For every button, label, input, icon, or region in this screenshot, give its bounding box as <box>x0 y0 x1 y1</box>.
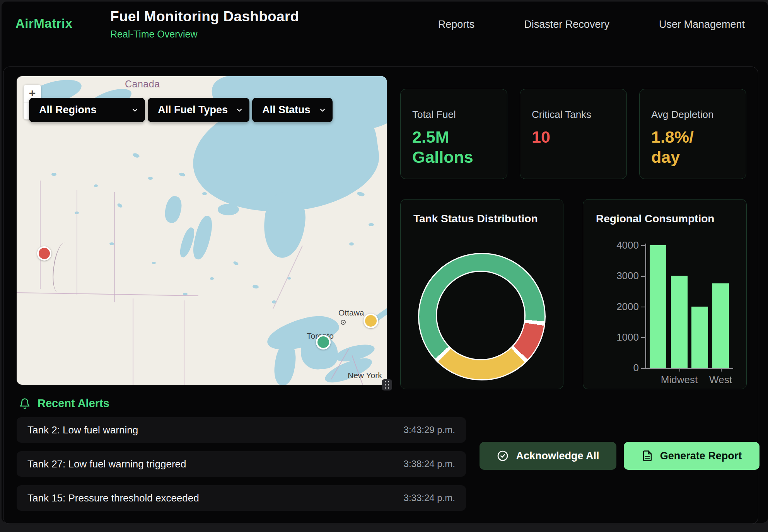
bar-3 <box>712 283 729 368</box>
x-axis-line <box>645 368 733 369</box>
stat-label: Avg Depletion <box>651 109 746 121</box>
bell-icon <box>19 398 31 409</box>
resize-handle-icon[interactable] <box>382 379 392 390</box>
y-axis-line <box>645 244 646 368</box>
regional-consumption-bar-chart: 40003000200010000MidwestWest <box>583 200 746 389</box>
alert-message: Tank 27: Low fuel warning triggered <box>27 458 186 470</box>
alert-message: Tank 15: Pressure threshold exceeded <box>27 492 199 504</box>
recent-alerts-title: Recent Alerts <box>38 397 109 410</box>
bar-1 <box>671 276 688 368</box>
lake-shape <box>51 173 56 176</box>
header: AirMatrix Fuel Monitoring Dashboard Real… <box>2 2 768 48</box>
check-circle-icon <box>497 450 509 462</box>
y-tick <box>641 368 645 369</box>
alert-message: Tank 2: Low fuel warning <box>27 424 138 436</box>
acknowledge-all-label: Acknowledge All <box>516 450 599 462</box>
y-tick-label: 1000 <box>600 331 639 343</box>
tank-marker-critical[interactable] <box>37 246 51 261</box>
alert-list: Tank 2: Low fuel warning3:43:29 p.m.Tank… <box>17 417 466 511</box>
lake-shape <box>369 223 374 226</box>
generate-report-label: Generate Report <box>660 450 742 462</box>
dashboard-root: AirMatrix Fuel Monitoring Dashboard Real… <box>0 0 768 532</box>
filter-label: All Regions <box>29 104 97 116</box>
lake-shape <box>357 191 365 197</box>
x-tick <box>679 368 681 372</box>
filter-label: All Fuel Types <box>148 104 228 116</box>
y-tick-label: 3000 <box>600 270 639 282</box>
tank-status-card: Tank Status Distribution <box>400 199 563 389</box>
lake-shape <box>117 203 123 208</box>
map-border-line <box>40 181 41 289</box>
header-titles: Fuel Monitoring Dashboard Real-Time Over… <box>110 9 299 40</box>
y-tick <box>641 337 645 338</box>
regional-consumption-card: Regional Consumption 40003000200010000Mi… <box>583 199 747 389</box>
stat-card-total-fuel: Total Fuel2.5MGallons <box>400 89 507 179</box>
donut-hole <box>436 271 526 360</box>
lake-shape <box>252 285 259 289</box>
stat-value: 10 <box>532 127 626 147</box>
map-border-line <box>133 298 133 385</box>
filter-select-all-regions[interactable]: All Regions <box>29 98 145 122</box>
tank-status-title: Tank Status Distribution <box>413 213 563 225</box>
alert-timestamp: 3:43:29 p.m. <box>404 425 455 435</box>
tank-marker-normal[interactable] <box>316 335 331 350</box>
alert-row[interactable]: Tank 15: Pressure threshold exceeded3:33… <box>17 485 466 511</box>
x-tick <box>721 368 722 372</box>
alert-timestamp: 3:33:24 p.m. <box>404 493 455 503</box>
stats-row: Total Fuel2.5MGallonsCritical Tanks10Avg… <box>400 89 746 179</box>
lake-shape <box>94 184 98 187</box>
lake-shape <box>109 242 114 245</box>
page-subtitle: Real-Time Overview <box>110 29 299 40</box>
document-icon <box>642 450 653 462</box>
nav-item-reports[interactable]: Reports <box>438 19 475 31</box>
lake-shape <box>202 192 207 195</box>
tank-status-donut-chart <box>418 253 546 380</box>
map-label-new-york: New York <box>348 371 382 380</box>
lake-shape <box>349 242 354 246</box>
lake-shape <box>210 277 214 280</box>
alert-row[interactable]: Tank 27: Low fuel warning triggered3:38:… <box>17 451 466 477</box>
y-tick <box>641 276 645 277</box>
stat-card-avg-depletion: Avg Depletion1.8%/day <box>639 89 746 179</box>
stat-value: 2.5MGallons <box>412 127 507 167</box>
alert-timestamp: 3:38:24 p.m. <box>404 459 455 469</box>
lake-shape <box>233 261 239 266</box>
lake-shape <box>148 177 153 180</box>
app-logo[interactable]: AirMatrix <box>15 16 73 31</box>
app-surface: AirMatrix Fuel Monitoring Dashboard Real… <box>2 2 768 523</box>
lake-shape <box>218 204 239 215</box>
river-line <box>50 242 73 294</box>
lake-shape <box>190 214 215 261</box>
chevron-down-icon <box>131 106 139 114</box>
nav-item-user-management[interactable]: User Management <box>659 19 745 31</box>
y-tick-label: 0 <box>600 362 639 374</box>
y-tick-label: 4000 <box>600 239 639 251</box>
generate-report-button[interactable]: Generate Report <box>624 442 759 470</box>
bar-0 <box>650 245 666 368</box>
map-border-line <box>184 300 184 385</box>
stat-label: Critical Tanks <box>532 109 626 121</box>
map-border-line <box>77 190 77 295</box>
filter-select-all-fuel-types[interactable]: All Fuel Types <box>148 98 249 122</box>
alert-row[interactable]: Tank 2: Low fuel warning3:43:29 p.m. <box>17 417 466 443</box>
lake-shape <box>179 172 186 177</box>
map-border-line <box>17 292 198 296</box>
tank-marker-warning[interactable] <box>364 314 378 328</box>
chevron-down-icon <box>319 106 326 114</box>
map[interactable]: CanadaOttawaTorontoNew York + − All Regi… <box>17 76 387 385</box>
chevron-down-icon <box>236 106 243 114</box>
stat-card-critical-tanks: Critical Tanks10 <box>520 89 627 179</box>
town-marker-icon <box>341 320 346 325</box>
recent-alerts-header: Recent Alerts <box>19 397 109 410</box>
filter-select-all-status[interactable]: All Status <box>252 98 333 122</box>
map-label-canada: Canada <box>125 78 160 90</box>
acknowledge-all-button[interactable]: Acknowledge All <box>480 442 616 470</box>
y-tick-label: 2000 <box>600 301 639 313</box>
x-tick-label-west: West <box>709 374 732 386</box>
bar-2 <box>691 307 708 368</box>
stat-label: Total Fuel <box>412 109 507 121</box>
y-tick <box>641 307 645 308</box>
lake-shape <box>152 262 156 264</box>
nav-item-disaster-recovery[interactable]: Disaster Recovery <box>524 19 609 31</box>
top-nav: ReportsDisaster RecoveryUser Management <box>438 19 745 31</box>
